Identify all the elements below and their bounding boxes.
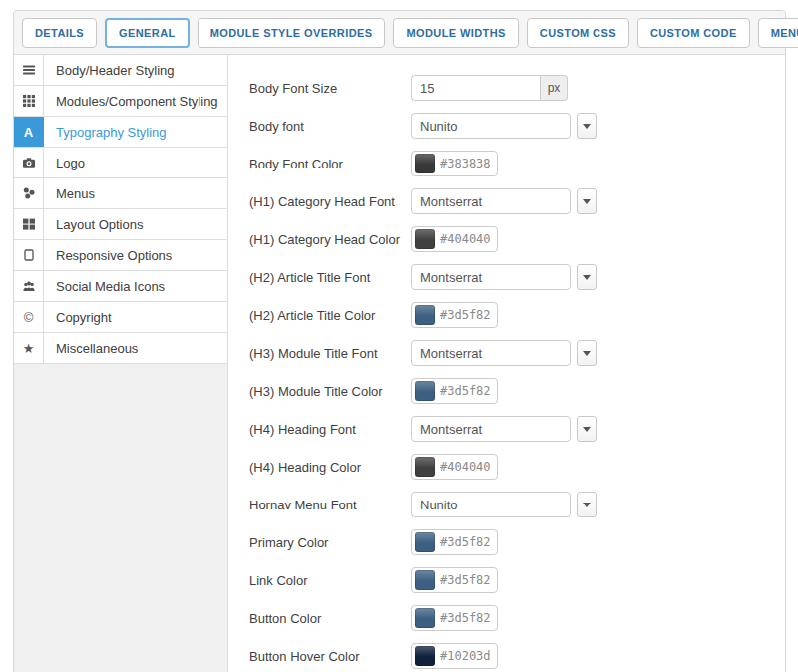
- form-row-body-font: Body font Nunito: [249, 113, 785, 139]
- sidebar-item-typography-styling[interactable]: A Typography Styling: [14, 117, 227, 148]
- chevron-down-icon: [583, 275, 591, 280]
- tab-label: MENU ASSIGNMENT: [771, 27, 798, 39]
- hex-value[interactable]: #3d5f82: [440, 573, 491, 587]
- tab-module-widths[interactable]: MODULE WIDTHS: [393, 18, 518, 48]
- field-label: Body font: [249, 119, 411, 134]
- dropdown-toggle-button[interactable]: [577, 264, 597, 290]
- sidebar-item-logo[interactable]: Logo: [14, 148, 227, 178]
- color-swatch[interactable]: [415, 381, 435, 401]
- users-icon: [23, 280, 35, 292]
- primary-color-picker[interactable]: #3d5f82: [411, 529, 498, 555]
- color-swatch[interactable]: [415, 532, 435, 552]
- selected-value: Montserrat: [420, 346, 482, 361]
- selected-value: Nunito: [420, 498, 458, 512]
- button-color-picker[interactable]: #3d5f82: [411, 605, 498, 631]
- tab-custom-code[interactable]: CUSTOM CODE: [637, 18, 750, 48]
- body-font-select[interactable]: Nunito: [411, 113, 571, 139]
- sidebar-item-menus[interactable]: Menus: [14, 178, 227, 209]
- chevron-down-icon: [583, 124, 591, 129]
- sidebar-item-social-media-icons[interactable]: Social Media Icons: [14, 271, 227, 302]
- color-swatch[interactable]: [415, 457, 435, 477]
- field-control: #10203d: [411, 643, 498, 669]
- color-swatch[interactable]: [415, 229, 435, 249]
- field-label: (H3) Module Title Color: [249, 384, 411, 399]
- sidebar-item-copyright[interactable]: © Copyright: [14, 302, 227, 333]
- sidebar-item-layout-options[interactable]: Layout Options: [14, 209, 227, 240]
- field-control: px: [411, 75, 568, 101]
- h1-category-head-font-select[interactable]: Montserrat: [411, 188, 571, 214]
- h2-article-title-color-picker[interactable]: #3d5f82: [411, 302, 498, 328]
- tab-custom-css[interactable]: CUSTOM CSS: [527, 18, 629, 48]
- dropdown-toggle-button[interactable]: [577, 340, 597, 366]
- form-row-hornav-menu-font: Hornav Menu Font Nunito: [249, 492, 785, 517]
- color-swatch[interactable]: [415, 305, 435, 325]
- color-swatch[interactable]: [415, 608, 435, 628]
- sidebar-item-miscellaneous[interactable]: ★ Miscellaneous: [14, 333, 227, 364]
- link-color-picker[interactable]: #3d5f82: [411, 567, 498, 593]
- chevron-down-icon: [583, 351, 591, 356]
- hornav-menu-font-select[interactable]: Nunito: [411, 492, 571, 517]
- form-row-h4-heading-font: (H4) Heading Font Montserrat: [249, 416, 785, 442]
- tab-label: MODULE WIDTHS: [406, 27, 505, 39]
- field-label: Primary Color: [249, 535, 411, 550]
- color-swatch[interactable]: [415, 646, 435, 666]
- field-label: Link Color: [249, 573, 411, 588]
- hex-value[interactable]: #404040: [440, 232, 491, 246]
- bars-icon: [23, 64, 35, 76]
- h1-category-head-color-picker[interactable]: #404040: [411, 226, 498, 252]
- dropdown-toggle-button[interactable]: [577, 188, 597, 214]
- field-control: #3d5f82: [411, 378, 498, 404]
- form-row-body-font-color: Body Font Color #383838: [249, 151, 785, 176]
- tab-label: MODULE STYLE OVERRIDES: [210, 27, 373, 39]
- field-label: (H1) Category Head Color: [249, 232, 411, 247]
- form-row-h4-heading-color: (H4) Heading Color #404040: [249, 454, 785, 480]
- form-row-body-font-size: Body Font Size px: [249, 75, 785, 101]
- sidebar-item-label: Copyright: [44, 302, 227, 332]
- dropdown-toggle-button[interactable]: [577, 113, 597, 139]
- body-font-size-input[interactable]: [411, 75, 541, 101]
- form-row-h1-category-head-color: (H1) Category Head Color #404040: [249, 226, 785, 252]
- dropdown-toggle-button[interactable]: [577, 416, 597, 442]
- h4-heading-font-select[interactable]: Montserrat: [411, 416, 571, 442]
- hex-value[interactable]: #3d5f82: [440, 535, 491, 549]
- tab-label: CUSTOM CSS: [540, 27, 616, 39]
- hex-value[interactable]: #404040: [440, 460, 491, 474]
- h3-module-title-font-select[interactable]: Montserrat: [411, 340, 571, 366]
- tab-module-style-overrides[interactable]: MODULE STYLE OVERRIDES: [198, 18, 386, 48]
- color-swatch[interactable]: [415, 570, 435, 590]
- field-control: #3d5f82: [411, 302, 498, 328]
- tab-menu-assignment[interactable]: MENU ASSIGNMENT: [758, 18, 798, 48]
- field-control: Montserrat: [411, 264, 597, 290]
- field-label: Body Font Size: [249, 81, 411, 96]
- chevron-down-icon: [583, 199, 591, 204]
- tablet-icon: [23, 249, 35, 261]
- sidebar-item-responsive-options[interactable]: Responsive Options: [14, 240, 227, 271]
- sidebar: Body/Header Styling Modules/Component St…: [14, 55, 228, 672]
- hex-value[interactable]: #383838: [440, 157, 491, 170]
- h3-module-title-color-picker[interactable]: #3d5f82: [411, 378, 498, 404]
- form-row-link-color: Link Color #3d5f82: [249, 567, 785, 593]
- star-icon: ★: [23, 342, 35, 355]
- h2-article-title-font-select[interactable]: Montserrat: [411, 264, 571, 290]
- body-font-color-picker[interactable]: #383838: [411, 151, 498, 176]
- tab-details[interactable]: DETAILS: [22, 18, 97, 48]
- h4-heading-color-picker[interactable]: #404040: [411, 454, 498, 480]
- button-hover-color-picker[interactable]: #10203d: [411, 643, 498, 669]
- tab-general[interactable]: GENERAL: [105, 18, 190, 48]
- sidebar-item-body-header-styling[interactable]: Body/Header Styling: [14, 55, 227, 86]
- sidebar-item-label: Menus: [44, 178, 227, 208]
- hex-value[interactable]: #3d5f82: [440, 308, 491, 322]
- hex-value[interactable]: #10203d: [440, 649, 491, 663]
- field-label: (H3) Module Title Font: [249, 346, 411, 361]
- sidebar-item-label: Layout Options: [44, 209, 227, 239]
- field-control: Nunito: [411, 492, 597, 517]
- sidebar-item-label: Body/Header Styling: [44, 55, 227, 85]
- hex-value[interactable]: #3d5f82: [440, 611, 491, 625]
- selected-value: Nunito: [420, 119, 458, 134]
- field-control: #3d5f82: [411, 529, 498, 555]
- sidebar-item-modules-component-styling[interactable]: Modules/Component Styling: [14, 86, 227, 117]
- hex-value[interactable]: #3d5f82: [440, 384, 491, 398]
- settings-panel: DETAILSGENERALMODULE STYLE OVERRIDESMODU…: [13, 10, 786, 672]
- color-swatch[interactable]: [415, 154, 435, 173]
- dropdown-toggle-button[interactable]: [577, 492, 597, 517]
